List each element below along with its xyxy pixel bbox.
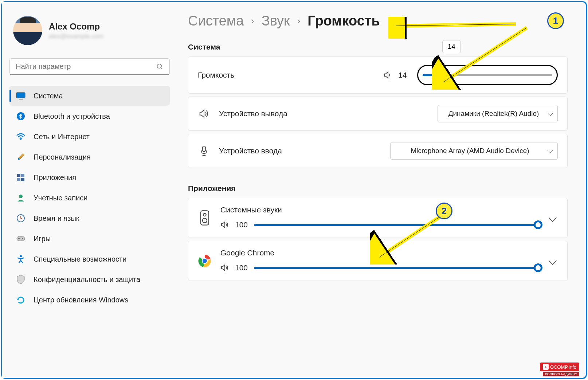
svg-point-22 xyxy=(203,218,207,223)
app-card-system-sounds: Системные звуки 100 xyxy=(188,198,568,238)
svg-point-11 xyxy=(19,195,23,198)
section-system-title: Система xyxy=(188,43,568,51)
nav-time[interactable]: Время и язык xyxy=(9,208,170,228)
output-device-label: Устройство вывода xyxy=(219,109,438,118)
speaker-loud-icon xyxy=(198,108,210,119)
chrome-icon xyxy=(198,252,212,270)
profile-email: alex@example.com xyxy=(49,33,103,40)
svg-rect-4 xyxy=(19,99,23,99)
nav-label: Bluetooth и устройства xyxy=(34,112,110,121)
app-name: Системные звуки xyxy=(220,205,541,214)
watermark: +OCOMP.info xyxy=(540,363,579,371)
profile-block[interactable]: Alex Ocomp alex@example.com xyxy=(9,13,170,48)
card-input-device: Устройство ввода Microphone Array (AMD A… xyxy=(188,134,568,168)
card-output-device: Устройство вывода Динамики (Realtek(R) A… xyxy=(188,97,568,131)
app-volume-value: 100 xyxy=(235,220,248,229)
update-icon xyxy=(16,295,26,305)
svg-line-1 xyxy=(161,67,162,69)
app-volume-slider[interactable] xyxy=(254,262,541,273)
profile-name: Alex Ocomp xyxy=(49,21,103,32)
volume-value: 14 xyxy=(398,71,411,79)
brush-icon xyxy=(16,152,26,162)
nav-bluetooth[interactable]: Bluetooth и устройства xyxy=(9,106,170,126)
chevron-down-icon[interactable] xyxy=(549,214,557,222)
svg-point-21 xyxy=(203,213,206,216)
chevron-right-icon: › xyxy=(251,15,254,27)
svg-point-25 xyxy=(203,259,207,263)
nav-update[interactable]: Центр обновления Windows xyxy=(9,290,170,310)
chevron-down-icon[interactable] xyxy=(549,257,557,265)
nav-label: Учетные записи xyxy=(34,194,87,202)
speaker-icon[interactable] xyxy=(383,70,392,80)
nav-label: Система xyxy=(34,92,63,100)
speaker-icon[interactable] xyxy=(220,220,229,229)
nav-apps[interactable]: Приложения xyxy=(9,168,170,187)
svg-point-6 xyxy=(20,138,21,140)
app-card-chrome: Google Chrome 100 xyxy=(188,241,568,281)
wifi-icon xyxy=(16,132,26,141)
app-volume-slider[interactable] xyxy=(254,219,541,230)
chevron-right-icon: › xyxy=(297,15,301,27)
microphone-icon xyxy=(198,145,210,156)
output-device-dropdown[interactable]: Динамики (Realtek(R) Audio) xyxy=(438,105,558,122)
volume-tooltip: 14 xyxy=(442,40,461,53)
nav-network[interactable]: Сеть и Интернет xyxy=(9,127,170,146)
nav-privacy[interactable]: Конфиденциальность и защита xyxy=(9,270,170,289)
svg-rect-7 xyxy=(17,174,20,177)
svg-point-16 xyxy=(20,255,22,257)
svg-point-0 xyxy=(157,64,162,68)
nav-label: Сеть и Интернет xyxy=(34,133,90,141)
annotation-badge-1: 1 xyxy=(547,12,564,29)
svg-rect-2 xyxy=(16,93,25,98)
nav-label: Специальные возможности xyxy=(34,255,126,263)
apps-icon xyxy=(16,173,26,182)
crumb-volume: Громкость xyxy=(307,13,380,29)
svg-rect-10 xyxy=(21,178,24,181)
svg-rect-13 xyxy=(17,236,25,241)
person-icon xyxy=(16,193,26,203)
nav-games[interactable]: Игры xyxy=(9,229,170,248)
annotation-badge-2: 2 xyxy=(436,203,452,219)
input-device-label: Устройство ввода xyxy=(219,146,390,155)
crumb-system[interactable]: Система xyxy=(188,13,244,29)
watermark-sub: ВОПРОСЫ-АДМИНУ xyxy=(543,372,579,376)
app-name: Google Chrome xyxy=(220,248,541,257)
accessibility-icon xyxy=(16,254,26,264)
nav-system[interactable]: Система xyxy=(9,86,170,106)
svg-point-14 xyxy=(18,238,20,239)
nav-label: Персонализация xyxy=(34,153,91,161)
nav-accounts[interactable]: Учетные записи xyxy=(9,188,170,208)
nav: Система Bluetooth и устройства Сеть и Ин… xyxy=(9,86,170,310)
search-box[interactable] xyxy=(9,58,170,75)
nav-label: Центр обновления Windows xyxy=(34,296,128,304)
nav-label: Приложения xyxy=(34,173,76,182)
clock-icon xyxy=(16,213,26,223)
nav-personalization[interactable]: Персонализация xyxy=(9,147,170,167)
avatar xyxy=(13,16,42,45)
section-apps-title: Приложения xyxy=(188,184,568,193)
speaker-device-icon xyxy=(198,209,212,227)
shield-icon xyxy=(16,275,26,284)
gamepad-icon xyxy=(16,234,26,243)
input-device-dropdown[interactable]: Microphone Array (AMD Audio Device) xyxy=(390,142,558,160)
search-icon xyxy=(156,63,164,70)
search-input[interactable] xyxy=(16,62,156,71)
bluetooth-icon xyxy=(16,111,26,121)
card-volume: 14 Громкость 14 xyxy=(188,56,568,94)
breadcrumb: Система › Звук › Громкость xyxy=(188,13,568,29)
svg-rect-9 xyxy=(17,178,20,181)
crumb-sound[interactable]: Звук xyxy=(262,13,290,29)
volume-label: Громкость xyxy=(198,71,383,79)
nav-label: Конфиденциальность и защита xyxy=(34,275,140,284)
app-volume-value: 100 xyxy=(235,263,248,272)
svg-point-15 xyxy=(22,238,23,239)
svg-rect-17 xyxy=(203,146,206,152)
nav-label: Время и язык xyxy=(34,214,79,223)
svg-rect-8 xyxy=(21,174,24,177)
monitor-icon xyxy=(16,91,26,101)
nav-accessibility[interactable]: Специальные возможности xyxy=(9,249,170,269)
speaker-icon[interactable] xyxy=(220,263,229,272)
nav-label: Игры xyxy=(34,235,51,243)
volume-slider[interactable] xyxy=(423,70,552,81)
